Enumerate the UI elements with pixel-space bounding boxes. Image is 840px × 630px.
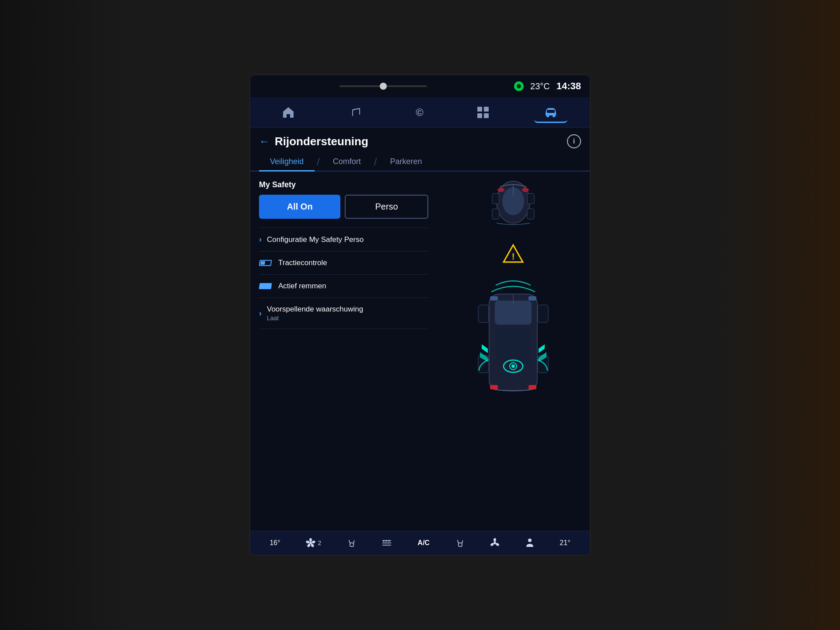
svg-rect-10	[260, 261, 265, 265]
svg-rect-33	[497, 329, 530, 364]
svg-line-49	[383, 540, 384, 542]
menu-item-tractiecontrole[interactable]: Tractiecontrole	[259, 251, 428, 274]
seat-heat-right[interactable]	[455, 539, 464, 547]
page-content: ← Rijondersteuning i Veiligheid / Comfor…	[250, 128, 590, 531]
car-infotainment-screen: 23°C 14:38 ©	[249, 74, 591, 556]
svg-rect-5	[546, 115, 549, 117]
svg-rect-37	[490, 385, 498, 389]
menu-item-configuratie[interactable]: › Configuratie My Safety Perso	[259, 228, 428, 251]
nav-media[interactable]: ©	[407, 103, 432, 122]
warning-triangle-icon: !	[502, 244, 524, 263]
tab-divider-1: /	[317, 156, 320, 168]
nav-music[interactable]	[340, 102, 371, 123]
info-button[interactable]: i	[567, 134, 581, 148]
active-braking-icon	[259, 282, 273, 290]
svg-rect-38	[528, 385, 536, 389]
svg-rect-3	[477, 113, 482, 118]
brightness-slider-area	[259, 85, 508, 87]
fan-icon-right[interactable]	[490, 538, 500, 548]
safety-mode-buttons: All On Perso	[259, 195, 428, 219]
fan-display[interactable]: 2	[306, 538, 321, 548]
svg-rect-2	[484, 107, 489, 112]
bottom-status-bar: 16° 2	[250, 531, 590, 555]
svg-rect-19	[527, 193, 534, 204]
warning-svg: !	[502, 244, 524, 263]
all-on-button[interactable]: All On	[259, 195, 340, 219]
voorspellende-label: Voorspellende waarschuwing	[267, 305, 363, 314]
svg-rect-6	[553, 115, 555, 117]
svg-point-53	[494, 538, 496, 542]
tab-divider-2: /	[374, 156, 377, 168]
svg-line-0	[353, 108, 360, 110]
perso-button[interactable]: Perso	[345, 195, 428, 219]
svg-rect-18	[492, 193, 499, 204]
configuratie-label: Configuratie My Safety Perso	[267, 235, 364, 244]
clock-display: 14:38	[556, 80, 581, 92]
svg-rect-27	[490, 296, 498, 301]
menu-item-voorspellende[interactable]: › Voorspellende waarschuwing Laat	[259, 298, 428, 329]
svg-point-56	[528, 539, 532, 542]
tab-veiligheid[interactable]: Veiligheid	[259, 153, 315, 171]
svg-line-50	[386, 540, 387, 542]
fan-icon-right	[490, 538, 500, 548]
nav-car[interactable]	[534, 102, 567, 123]
car-front-svg	[483, 180, 544, 237]
svg-line-51	[388, 540, 389, 542]
page-header: ← Rijondersteuning i	[250, 128, 590, 153]
svg-rect-28	[528, 296, 536, 301]
svg-point-17	[522, 188, 529, 192]
svg-point-36	[511, 364, 515, 368]
temp-left-value: 16°	[270, 539, 280, 547]
tabs-row: Veiligheid / Comfort / Parkeren	[250, 153, 590, 172]
svg-marker-41	[539, 344, 545, 353]
svg-rect-1	[477, 107, 482, 112]
seat-icon-left	[347, 539, 356, 547]
nav-apps[interactable]	[468, 102, 498, 122]
svg-text:!: !	[512, 252, 515, 261]
fan-icon	[306, 538, 315, 548]
svg-point-48	[306, 540, 310, 544]
svg-point-52	[494, 542, 496, 544]
ac-label: A/C	[418, 539, 430, 547]
car-full-svg	[469, 268, 557, 416]
temp-right-display: 21°	[560, 539, 570, 547]
svg-rect-20	[492, 209, 499, 219]
defrost-rear[interactable]	[382, 539, 392, 547]
outside-temperature: 23°C	[530, 81, 550, 91]
page-title: Rijondersteuning	[275, 135, 368, 148]
voorspellende-subtitle: Laat	[267, 315, 363, 322]
seat-icon-right	[455, 539, 464, 547]
actief-remmen-label: Actief remmen	[278, 282, 326, 290]
seat-heat-left[interactable]	[347, 539, 356, 547]
back-button[interactable]: ←	[259, 135, 270, 147]
svg-marker-39	[482, 344, 488, 353]
svg-rect-4	[484, 113, 489, 118]
svg-point-45	[312, 540, 315, 544]
svg-rect-30	[538, 305, 548, 322]
status-bar: 23°C 14:38	[250, 75, 590, 97]
ac-control[interactable]: A/C	[418, 539, 430, 547]
person-icon	[525, 538, 534, 548]
main-content-split: My Safety All On Perso › Configuratie My…	[250, 174, 590, 531]
connectivity-indicator	[514, 81, 524, 91]
svg-point-44	[309, 538, 312, 542]
left-panel: My Safety All On Perso › Configuratie My…	[250, 174, 437, 531]
temp-left-display: 16°	[270, 539, 280, 547]
brightness-slider-thumb[interactable]	[380, 83, 387, 90]
tab-parkeren[interactable]: Parkeren	[379, 153, 433, 171]
chevron-right-icon-2: ›	[259, 309, 262, 318]
svg-point-43	[309, 542, 312, 544]
svg-rect-29	[478, 305, 489, 322]
brightness-slider-track[interactable]	[340, 85, 427, 87]
defrost-icon	[382, 539, 392, 547]
tractiecontrole-label: Tractiecontrole	[278, 259, 327, 267]
svg-rect-12	[260, 284, 265, 288]
menu-item-actief-remmen[interactable]: Actief remmen	[259, 274, 428, 298]
nav-home[interactable]	[273, 102, 304, 123]
navigation-bar: ©	[250, 97, 590, 128]
traction-control-icon	[259, 259, 273, 267]
temp-right-value: 21°	[560, 539, 570, 547]
car-bottom-view	[469, 268, 557, 416]
voorspellende-text-block: Voorspellende waarschuwing Laat	[267, 305, 363, 322]
tab-comfort[interactable]: Comfort	[322, 153, 372, 171]
